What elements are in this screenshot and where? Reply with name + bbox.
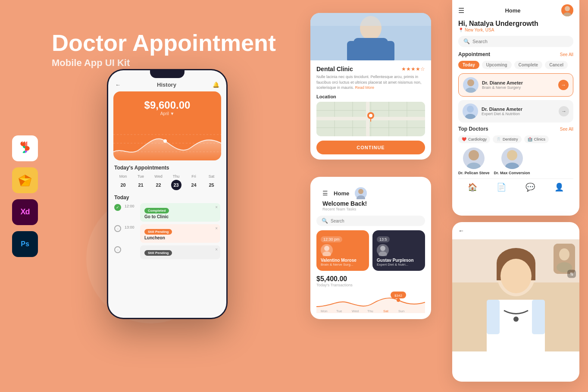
doctor-card-2[interactable]: Dr. Dianne Ameter Expert Diet & Nutritio… [458, 100, 573, 122]
clock-icon: ○ [114, 225, 121, 232]
vc-main: ⇅ [452, 239, 579, 351]
cat-dentistry[interactable]: 🦷 Dentistry [493, 135, 522, 143]
close-icon-2[interactable]: × [215, 226, 218, 231]
map-area[interactable] [316, 102, 425, 136]
doc-spec-small-1: Brain & Nerve Surg... [321, 263, 365, 267]
chart-svg [113, 126, 221, 160]
location-label: Location [316, 94, 425, 99]
cat-clinics[interactable]: 🏥 Clinics [524, 135, 549, 143]
sketch-icon[interactable] [12, 167, 38, 193]
home-subtitle: Recent Team Tasks [322, 207, 367, 211]
doc-mini-name-2: Dr. Max Conversion [494, 171, 530, 175]
appointments-title: Today's Appointments [114, 165, 220, 171]
search-input[interactable] [472, 39, 568, 44]
tooth-icon: 🦷 [496, 137, 501, 141]
svg-point-65 [513, 317, 519, 322]
cal-date: 22 [153, 180, 164, 190]
doc-card-orange[interactable]: 12:30 pm Valentino Morose Brain & Nerve … [316, 230, 369, 271]
doc-card-dark[interactable]: 13:5 Gustav Purpleson Expert Diet & Nutr… [372, 230, 425, 271]
ps-icon[interactable]: Ps [12, 231, 38, 257]
title-area: Doctor Appointment Mobile App UI Kit [52, 30, 276, 69]
svg-point-41 [358, 189, 363, 194]
nav-doc-icon[interactable]: 📄 [497, 182, 506, 192]
appointment-header: Appointment See All [458, 51, 573, 57]
svg-text:Tue: Tue [336, 309, 342, 313]
task-card-3[interactable]: × Still Pending [140, 245, 220, 259]
svg-point-29 [369, 114, 372, 117]
nav-profile-icon[interactable]: 👤 [554, 182, 564, 192]
doctor-name-1: Dr. Dianne Ameter [482, 80, 555, 85]
bell-icon[interactable]: 🔔 [213, 82, 219, 88]
bottom-nav: 🏠 📄 💬 👤 [458, 179, 573, 194]
cal-day-fri[interactable]: Fri 24 [189, 174, 199, 190]
svg-point-31 [565, 6, 570, 11]
home-page-title: Home [334, 190, 349, 197]
doc-mini-2[interactable]: Dr. Max Conversion [494, 147, 530, 175]
svg-text:Thu: Thu [367, 309, 373, 313]
cat-cardiology[interactable]: ❤️ Cardiology [458, 135, 490, 143]
cal-day-wed[interactable]: Wed 22 [153, 174, 164, 190]
cal-day-thu[interactable]: Thu 23 [171, 174, 181, 190]
close-icon[interactable]: × [215, 205, 218, 210]
svg-text:Sun: Sun [398, 309, 404, 313]
figma-icon[interactable] [12, 135, 38, 161]
heart-icon: ❤️ [462, 137, 466, 141]
doc-avatar-small-1 [321, 244, 333, 256]
doc-mini-name-1: Dr. Pelican Steve [458, 171, 490, 175]
svg-point-33 [467, 79, 474, 86]
nav-chat-icon[interactable]: 💬 [525, 182, 535, 192]
svg-rect-15 [385, 41, 394, 60]
svg-text:Wed: Wed [352, 309, 359, 313]
task-card-2[interactable]: × Still Pending Luncheon [140, 224, 220, 243]
home-search-input[interactable] [331, 219, 420, 223]
tab-complete[interactable]: Complete [514, 61, 543, 69]
xd-icon[interactable]: Xd [12, 199, 38, 225]
doc-mini-1[interactable]: Dr. Pelican Steve [458, 147, 490, 175]
doctor-info-2: Dr. Dianne Ameter Expert Diet & Nutritio… [482, 107, 555, 116]
svg-rect-13 [353, 38, 388, 60]
continue-button[interactable]: CONTINUE [316, 141, 425, 154]
location-text: New York, USA [465, 28, 494, 32]
map-svg [316, 102, 425, 136]
today-label: Today [114, 194, 220, 201]
sidebar: Xd Ps [12, 135, 38, 257]
camera-switch-icon[interactable]: ⇅ [567, 270, 576, 278]
pin-icon: 📍 [458, 28, 463, 32]
home-search-box[interactable]: 🔍 [316, 216, 425, 226]
status-badge-3: Still Pending [144, 250, 172, 256]
dental-content: Dental Clinic ★★★★☆ Nulle lacinia nec qu… [310, 60, 431, 160]
back-arrow[interactable]: ← [115, 82, 121, 88]
doctor-arrow-2[interactable]: → [559, 106, 569, 116]
doctor-arrow-1[interactable]: → [558, 80, 569, 90]
doc-avatar-small-2 [377, 244, 389, 256]
cal-date: 25 [206, 180, 217, 190]
cal-day-mon[interactable]: Mon 20 [118, 174, 128, 190]
tab-cancel[interactable]: Cancel [545, 61, 568, 69]
close-icon-3[interactable]: × [215, 247, 218, 252]
doctor-card-1[interactable]: Dr. Dianne Ameter Brain & Nerve Surgery … [458, 73, 573, 97]
search-box[interactable]: 🔍 [458, 36, 573, 47]
doc-spec-small-2: Expert Diet & Nutri... [377, 263, 421, 267]
nav-home-icon[interactable]: 🏠 [468, 182, 477, 192]
see-all-doctors[interactable]: See All [560, 127, 573, 132]
category-row: ❤️ Cardiology 🦷 Dentistry 🏥 Clinics [458, 135, 573, 143]
task-name-2: Luncheon [144, 235, 216, 240]
doctor-name-2: Dr. Dianne Ameter [482, 107, 555, 112]
cal-label: Wed [154, 174, 162, 179]
vc-back-button[interactable]: ← [458, 227, 464, 234]
see-all-appointments[interactable]: See All [560, 52, 573, 57]
tab-today[interactable]: Today [458, 61, 479, 69]
tab-upcoming[interactable]: Upcoming [482, 61, 512, 69]
task-name-1: Go to Clinic [144, 214, 216, 219]
doc-time-2: 13:5 [377, 236, 390, 242]
read-more-link[interactable]: Read More [355, 85, 375, 90]
cal-day-sat[interactable]: Sat 25 [206, 174, 217, 190]
cal-day-tue[interactable]: Tue 21 [136, 174, 146, 190]
task-card-1[interactable]: × Completed Go to Clinic [140, 203, 220, 222]
home-menu-icon[interactable]: ☰ [322, 190, 328, 197]
menu-icon[interactable]: ☰ [458, 6, 464, 15]
rp-page-title: Home [505, 7, 520, 14]
top-docs-title: Top Doctors [458, 126, 488, 132]
phone-mockup: ← History 🔔 $9,600.00 April ▼ [107, 69, 228, 319]
svg-rect-14 [347, 41, 357, 60]
